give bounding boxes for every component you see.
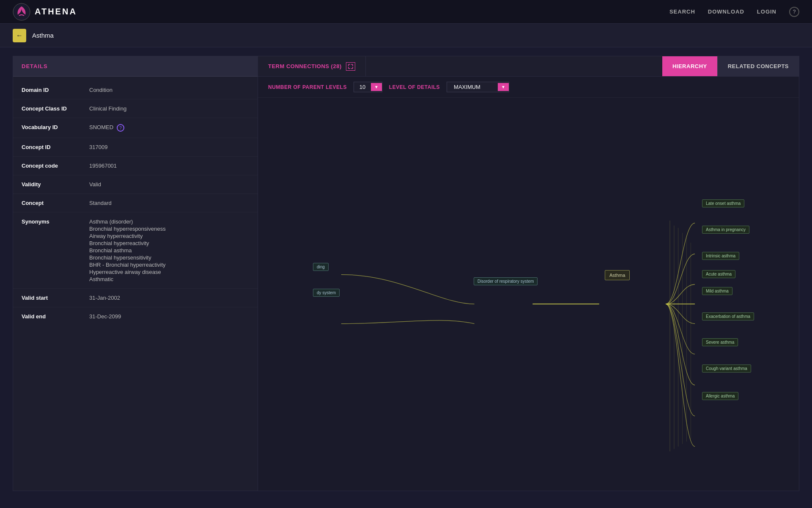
download-nav-link[interactable]: DOWNLOAD <box>708 8 744 15</box>
back-button[interactable]: ← <box>13 29 26 42</box>
detail-row-concept-class: Concept Class ID Clinical Finding <box>13 99 258 118</box>
concept-class-value: Clinical Finding <box>89 105 249 112</box>
concept-class-label: Concept Class ID <box>22 105 89 112</box>
concept-label: Concept <box>22 200 89 206</box>
details-level-select[interactable]: MAXIMUM ▼ <box>447 82 509 92</box>
detail-row-vocabulary: Vocabulary ID SNOMED ? <box>13 118 258 138</box>
term-connections-label: TERM CONNECTIONS (28) <box>268 63 342 69</box>
concept-value: Standard <box>89 200 249 206</box>
synonyms-value: Asthma (disorder) Bronchial hyperrespons… <box>89 218 249 282</box>
expand-icon[interactable] <box>346 62 355 71</box>
logo-icon <box>13 3 30 21</box>
validity-value: Valid <box>89 181 249 188</box>
valid-start-label: Valid start <box>22 295 89 301</box>
valid-end-label: Valid end <box>22 313 89 320</box>
concept-code-value: 195967001 <box>89 163 249 169</box>
details-panel: DETAILS Domain ID Condition Concept Clas… <box>13 56 258 491</box>
hierarchy-visualization: ding dy system Disorder of respiratory s… <box>258 98 799 491</box>
detail-row-concept-code: Concept code 195967001 <box>13 157 258 175</box>
detail-row-valid-start: Valid start 31-Jan-2002 <box>13 289 258 307</box>
details-body: Domain ID Condition Concept Class ID Cli… <box>13 77 258 330</box>
header: ATHENA SEARCH DOWNLOAD LOGIN ? <box>0 0 812 24</box>
detail-row-valid-end: Valid end 31-Dec-2099 <box>13 307 258 326</box>
concept-code-label: Concept code <box>22 163 89 169</box>
detail-row-concept: Concept Standard <box>13 194 258 213</box>
valid-end-value: 31-Dec-2099 <box>89 313 249 320</box>
details-level-value: MAXIMUM <box>447 82 498 92</box>
term-connections-tab[interactable]: TERM CONNECTIONS (28) <box>258 56 366 76</box>
related-concepts-tab[interactable]: RELATED CONCEPTS <box>717 56 799 76</box>
main-nav: SEARCH DOWNLOAD LOGIN ? <box>669 7 799 17</box>
page-title: Asthma <box>32 32 54 39</box>
vocabulary-value: SNOMED ? <box>89 124 249 132</box>
right-panel: TERM CONNECTIONS (28) HIERARCHY RELATED … <box>258 56 799 491</box>
parent-levels-dropdown-icon[interactable]: ▼ <box>371 83 382 91</box>
help-button[interactable]: ? <box>789 7 799 17</box>
concept-id-label: Concept ID <box>22 144 89 150</box>
details-level-dropdown-icon[interactable]: ▼ <box>498 83 509 91</box>
domain-value: Condition <box>89 87 249 93</box>
vocabulary-info-icon[interactable]: ? <box>117 124 124 132</box>
detail-row-synonyms: Synonyms Asthma (disorder) Bronchial hyp… <box>13 213 258 289</box>
parent-levels-select[interactable]: 10 ▼ <box>354 82 382 92</box>
search-nav-link[interactable]: SEARCH <box>669 8 695 15</box>
domain-label: Domain ID <box>22 87 89 93</box>
logo-text: ATHENA <box>35 7 77 17</box>
main-content: DETAILS Domain ID Condition Concept Clas… <box>0 47 812 500</box>
svg-point-0 <box>13 3 30 20</box>
hierarchy-tab[interactable]: HIERARCHY <box>662 56 717 76</box>
valid-start-value: 31-Jan-2002 <box>89 295 249 301</box>
hierarchy-svg <box>258 98 799 491</box>
detail-row-domain: Domain ID Condition <box>13 81 258 99</box>
details-level-label: LEVEL OF DETAILS <box>389 84 440 90</box>
parent-levels-label: NUMBER OF PARENT LEVELS <box>268 84 347 90</box>
synonyms-label: Synonyms <box>22 218 89 225</box>
validity-label: Validity <box>22 181 89 188</box>
breadcrumb-bar: ← Asthma <box>0 24 812 47</box>
parent-levels-value: 10 <box>354 82 371 92</box>
tabs-bar: TERM CONNECTIONS (28) HIERARCHY RELATED … <box>258 56 799 77</box>
vocabulary-label: Vocabulary ID <box>22 124 89 130</box>
controls-bar: NUMBER OF PARENT LEVELS 10 ▼ LEVEL OF DE… <box>258 77 799 98</box>
logo-area: ATHENA <box>13 3 77 21</box>
detail-row-validity: Validity Valid <box>13 175 258 194</box>
details-header: DETAILS <box>13 56 258 77</box>
detail-row-concept-id: Concept ID 317009 <box>13 138 258 157</box>
concept-id-value: 317009 <box>89 144 249 150</box>
login-nav-link[interactable]: LOGIN <box>757 8 776 15</box>
